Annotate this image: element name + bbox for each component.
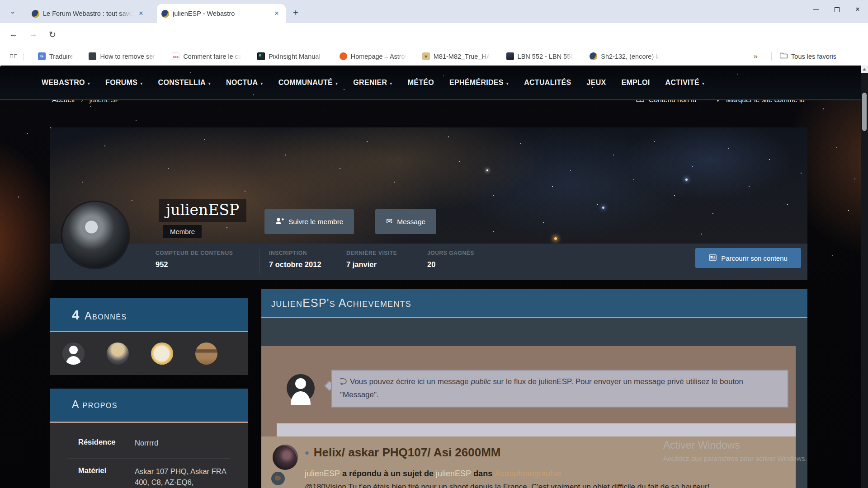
all-favorites-button[interactable]: Tous les favoris [780,52,836,61]
nav-grenier[interactable]: GRENIER▾ [353,79,392,87]
post-title-link[interactable]: ●Helix/ askar PHQ107/ Asi 2600MM [305,446,501,460]
chevron-down-icon: ▾ [88,81,90,86]
post-byline: julienESP a répondu à un sujet de julien… [305,469,561,479]
bright-star [602,206,604,209]
tab-close-icon[interactable]: ✕ [272,9,281,18]
tab-search-button[interactable]: ⌄ [6,6,19,18]
divider [259,249,260,275]
forward-button[interactable]: → [29,29,38,39]
tab-close-icon[interactable]: ✕ [137,9,146,18]
screen: ⌄ Le Forum Webastro : tout savoi ✕ julie… [0,0,868,488]
achievements-header: julienESP's Achievements [261,289,807,318]
nav-actualites[interactable]: ACTUALITÉS [524,79,571,87]
about-row-residence: Résidence Norrrrd [78,438,233,449]
page-scrollbar[interactable] [861,66,868,488]
chevron-down-icon: ▾ [140,81,142,86]
pixinsight-icon [257,52,265,60]
bookmark-pixinsight[interactable]: PixInsight Manual I [257,52,324,60]
followers-title: Abonnés [85,310,127,322]
profile-username: julienESP [159,199,246,222]
bookmarks-overflow-chevron[interactable]: » [754,52,758,61]
status-feed-card: Vous pouvez écrire ici un message public… [261,346,796,488]
follower-avatar[interactable] [107,343,129,365]
divider [337,249,337,275]
author-link[interactable]: julienESP [305,469,340,478]
stat-last-visited: DERNIÈRE VISITE7 janvier [346,250,397,269]
bookmarks-bar: G Traduire How to remove sen ccc Comment… [0,47,868,66]
nav-forums[interactable]: FORUMS▾ [105,79,142,87]
maximize-icon [835,7,840,12]
new-tab-button[interactable]: + [293,7,298,18]
message-button[interactable]: ✉ Message [375,209,436,234]
bookmark-comment-faire[interactable]: ccc Comment faire le ca [172,52,242,60]
reload-button[interactable]: ↻ [49,29,56,40]
chevron-down-icon: ▾ [390,81,392,86]
apps-grid-icon[interactable] [10,54,17,58]
cube-icon [89,52,96,60]
chevron-down-icon: ▾ [208,81,211,86]
cover-stars [50,127,51,128]
bookmark-sh2-132[interactable]: Sh2-132, (encore) la [590,52,660,60]
window-maximize-button[interactable] [826,0,847,19]
scrollbar-up-arrow[interactable] [861,66,868,73]
feed-list-header [277,423,796,436]
tab-title: julienESP - Webastro [173,10,269,17]
window-close-button[interactable]: ✕ [847,0,868,19]
bookmark-traduire[interactable]: G Traduire [38,52,73,60]
bright-star [685,178,688,181]
tab-title: Le Forum Webastro : tout savoi [43,10,133,17]
author-link[interactable]: julienESP [436,469,471,478]
scrollbar-thumb[interactable] [862,93,867,131]
follower-avatar[interactable] [195,343,217,365]
member-badge: Membre [163,225,202,238]
person-plus-icon [275,217,284,226]
webastro-favicon-icon [590,52,597,60]
stat-content-count: COMPTEUR DE CONTENUS952 [156,250,233,269]
browser-toolbar: ← → ↻ webastro.net/profile/118743-julien… [0,23,868,47]
followers-list [50,332,248,375]
follow-member-button[interactable]: Suivre le membre [264,209,354,234]
comment-bubble-icon [340,376,347,389]
window-minimize-button[interactable]: — [806,0,826,19]
bookmark-how-to-remove[interactable]: How to remove sen [89,52,156,60]
nav-activite[interactable]: ACTIVITÉ▾ [665,79,705,87]
followers-card: 4 Abonnés [50,298,248,375]
webastro-page: Accueil › julienESP Contenu non lu ✓ Mar… [0,66,868,488]
chevron-down-icon: ▾ [260,81,263,86]
post-author-avatar[interactable] [273,445,298,470]
divider [68,458,230,459]
follower-avatar[interactable] [151,343,173,365]
nav-ephemerides[interactable]: EPHÉMÉRIDES▾ [449,79,509,87]
guest-avatar [287,374,315,402]
bright-star [486,169,488,171]
category-link[interactable]: Astrophotographie [495,469,561,478]
nav-emploi[interactable]: EMPLOI [621,79,650,87]
nav-constellia[interactable]: CONSTELLIA▾ [158,79,211,87]
nav-jeux[interactable]: JEUX [586,79,606,87]
profile-avatar[interactable] [62,202,128,268]
profile-stats-bar: COMPTEUR DE CONTENUS952 INSCRIPTION7 oct… [50,244,807,280]
nav-webastro[interactable]: WEBASTRO▾ [42,79,90,87]
bookmark-lbn-552[interactable]: LBN 552 - LBN 550 [506,52,575,60]
nav-meteo[interactable]: MÉTÉO [408,79,434,87]
stat-days-won: JOURS GAGNÉS20 [427,250,474,269]
bookmark-homepage-astrof[interactable]: Homepage – Astrof [340,52,407,60]
translate-icon: G [38,52,46,60]
tab-julienesp-profile[interactable]: julienESP - Webastro ✕ [157,4,286,23]
chevron-down-icon: ▾ [506,81,509,86]
envelope-icon: ✉ [386,217,392,226]
bookmark-m81-m82[interactable]: ★ M81-M82_True_HA [422,52,491,60]
nav-communaute[interactable]: COMMUNAUTÉ▾ [278,79,338,87]
about-card: A propos Résidence Norrrrd Matériel Aska… [50,389,248,488]
followers-header: 4 Abonnés [50,298,248,332]
stat-joined: INSCRIPTION7 octobre 2012 [269,250,321,269]
follower-avatar[interactable] [62,343,85,365]
nav-noctua[interactable]: NOCTUA▾ [226,79,263,87]
status-composer-input[interactable]: Vous pouvez écrire ici un message public… [331,370,788,408]
tab-forum-webastro[interactable]: Le Forum Webastro : tout savoi ✕ [27,4,150,23]
post-body-text: @180Vision Tu t'en étais bien tiré pour … [305,483,779,488]
divider [771,52,772,61]
chevron-down-icon: ▾ [335,81,338,86]
browse-content-button[interactable]: Parcourir son contenu [695,248,801,268]
back-button[interactable]: ← [9,29,18,39]
